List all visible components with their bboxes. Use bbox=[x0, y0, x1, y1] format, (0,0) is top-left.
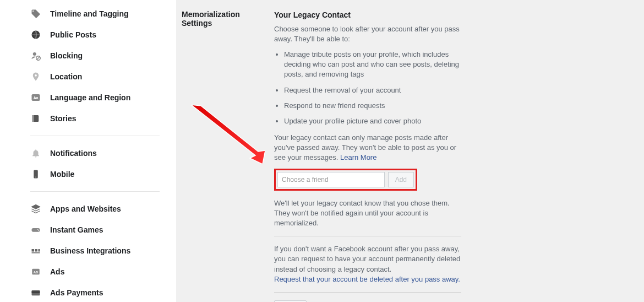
sidebar-item-timeline-tagging[interactable]: Timeline and Tagging bbox=[30, 3, 160, 24]
sidebar-item-apps[interactable]: Apps and Websites bbox=[30, 198, 160, 219]
business-icon bbox=[30, 245, 41, 256]
learn-more-link[interactable]: Learn More bbox=[340, 153, 376, 161]
sidebar-item-label: Blocking bbox=[50, 51, 83, 60]
block-icon bbox=[30, 50, 41, 61]
sidebar-item-business[interactable]: Business Integrations bbox=[30, 240, 160, 261]
svg-point-1 bbox=[33, 52, 36, 56]
svg-text:Aa: Aa bbox=[34, 96, 39, 100]
add-button[interactable]: Add bbox=[388, 172, 414, 187]
sidebar-item-label: Ads Payments bbox=[50, 288, 103, 297]
sidebar-item-location[interactable]: Location bbox=[30, 66, 160, 87]
sidebar-group-1: Timeline and Tagging Public Posts Blocki… bbox=[30, 3, 160, 129]
svg-rect-8 bbox=[32, 228, 40, 232]
sidebar-item-label: Apps and Websites bbox=[50, 204, 121, 213]
tag-icon bbox=[30, 8, 41, 19]
language-icon: Aa bbox=[30, 92, 41, 103]
location-icon bbox=[30, 71, 41, 82]
choose-friend-row: Add bbox=[274, 169, 417, 191]
sidebar-item-language[interactable]: Aa Language and Region bbox=[30, 87, 160, 108]
sidebar-item-ads[interactable]: AD Ads bbox=[30, 261, 160, 282]
choose-friend-input[interactable] bbox=[277, 172, 385, 187]
svg-rect-11 bbox=[32, 249, 35, 252]
sidebar-item-label: Public Posts bbox=[50, 30, 96, 39]
svg-rect-17 bbox=[32, 290, 40, 296]
list-item: Manage tribute posts on your profile, wh… bbox=[284, 50, 461, 80]
note-text: Your legacy contact can only manage post… bbox=[274, 133, 461, 163]
delete-prefix: If you don't want a Facebook account aft… bbox=[274, 245, 460, 273]
svg-point-9 bbox=[37, 229, 39, 230]
sidebar-item-ads-payments[interactable]: Ads Payments bbox=[30, 282, 160, 302]
sidebar-group-2: Notifications Mobile bbox=[30, 143, 160, 185]
sidebar-item-label: Location bbox=[50, 72, 82, 81]
capabilities-list: Manage tribute posts on your profile, wh… bbox=[274, 50, 461, 126]
list-item: Update your profile picture and cover ph… bbox=[284, 116, 461, 126]
sidebar-item-label: Language and Region bbox=[50, 93, 130, 102]
sidebar-item-label: Ads bbox=[50, 267, 64, 276]
sidebar-divider bbox=[30, 136, 160, 136]
intro-text: Choose someone to look after your accoun… bbox=[274, 24, 461, 44]
sidebar-item-blocking[interactable]: Blocking bbox=[30, 45, 160, 66]
sidebar: Timeline and Tagging Public Posts Blocki… bbox=[0, 0, 176, 302]
sidebar-item-label: Instant Games bbox=[50, 225, 103, 234]
sidebar-item-label: Notifications bbox=[50, 149, 97, 158]
after-input-text: We'll let your legacy contact know that … bbox=[274, 198, 461, 229]
sidebar-divider bbox=[30, 191, 160, 192]
svg-rect-18 bbox=[32, 292, 40, 293]
svg-rect-12 bbox=[35, 249, 38, 252]
section-title: Memorialization Settings bbox=[182, 10, 270, 292]
sidebar-item-label: Timeline and Tagging bbox=[50, 9, 129, 18]
sidebar-item-label: Stories bbox=[50, 114, 76, 123]
content-divider bbox=[274, 292, 461, 293]
list-item: Respond to new friend requests bbox=[284, 101, 461, 111]
ads-icon: AD bbox=[30, 266, 41, 277]
mobile-icon bbox=[30, 169, 41, 180]
games-icon bbox=[30, 224, 41, 235]
request-delete-link[interactable]: Request that your account be deleted aft… bbox=[274, 275, 460, 283]
svg-text:AD: AD bbox=[34, 271, 39, 274]
sidebar-item-notifications[interactable]: Notifications bbox=[30, 143, 160, 164]
apps-icon bbox=[30, 203, 41, 214]
sidebar-item-stories[interactable]: Stories bbox=[30, 108, 160, 129]
svg-rect-13 bbox=[39, 249, 40, 252]
svg-line-3 bbox=[37, 57, 40, 60]
bell-icon bbox=[30, 148, 41, 159]
sidebar-item-public-posts[interactable]: Public Posts bbox=[30, 24, 160, 45]
sidebar-group-3: Apps and Websites Instant Games Business… bbox=[30, 198, 160, 302]
sidebar-item-label: Business Integrations bbox=[50, 246, 130, 255]
svg-rect-14 bbox=[32, 252, 40, 254]
content-heading: Your Legacy Contact bbox=[274, 10, 461, 21]
content-divider bbox=[274, 236, 461, 236]
svg-point-7 bbox=[35, 177, 36, 178]
content-column: Your Legacy Contact Choose someone to lo… bbox=[274, 10, 461, 292]
delete-account-text: If you don't want a Facebook account aft… bbox=[274, 244, 461, 284]
sidebar-item-label: Mobile bbox=[50, 170, 74, 179]
main-content: Memorialization Settings Your Legacy Con… bbox=[176, 0, 644, 302]
payments-icon bbox=[30, 287, 41, 298]
stories-icon bbox=[30, 113, 41, 124]
sidebar-item-mobile[interactable]: Mobile bbox=[30, 164, 160, 185]
list-item: Request the removal of your account bbox=[284, 85, 461, 95]
svg-point-10 bbox=[39, 230, 40, 231]
globe-icon bbox=[30, 29, 41, 40]
sidebar-item-instant-games[interactable]: Instant Games bbox=[30, 219, 160, 240]
